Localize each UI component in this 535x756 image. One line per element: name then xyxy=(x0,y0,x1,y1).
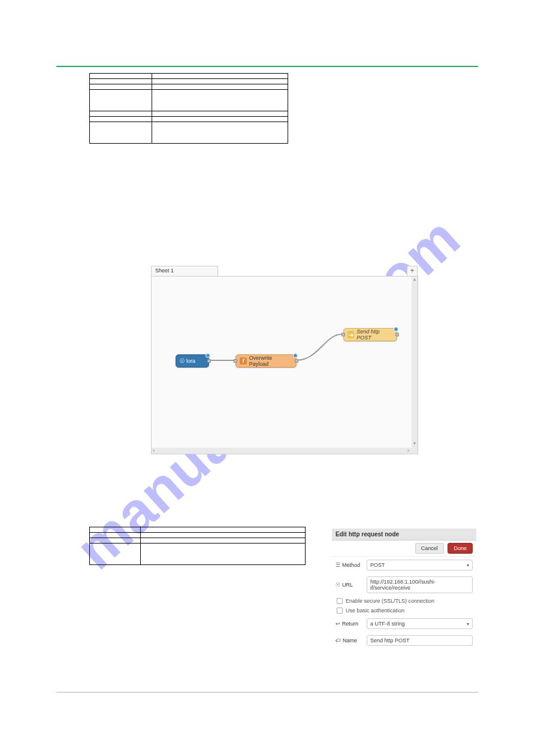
node-http-request[interactable]: ➜ Send http POST xyxy=(343,328,397,341)
t1-r1c1 xyxy=(152,79,288,84)
node-lora[interactable]: ⦾ lora xyxy=(176,354,209,368)
tag-icon: 🏷 xyxy=(335,637,341,643)
change-indicator xyxy=(394,327,398,332)
ssl-checkbox-label: Enable secure (SSL/TLS) connection xyxy=(346,598,434,604)
t1-r3c0 xyxy=(90,90,152,111)
return-select[interactable]: a UTF-8 string xyxy=(367,618,473,629)
input-port[interactable] xyxy=(234,359,237,363)
input-port[interactable] xyxy=(341,333,345,336)
change-indicator xyxy=(293,353,298,358)
panel-title: Edit http request node xyxy=(332,529,476,541)
t1-r3c1 xyxy=(152,90,288,111)
node-http-label: Send http POST xyxy=(356,329,393,341)
bottom-rule xyxy=(56,692,478,693)
vertical-scrollbar[interactable] xyxy=(412,277,418,454)
data-table-1 xyxy=(89,73,288,144)
node-lora-label: lora xyxy=(186,358,195,364)
cancel-button[interactable]: Cancel xyxy=(415,543,444,554)
http-icon: ➜ xyxy=(347,331,354,338)
t2-r2c0 xyxy=(90,538,141,544)
name-label: 🏷Name xyxy=(335,637,363,643)
t1-r6c1 xyxy=(152,122,288,144)
flow-editor: Sheet 1 + ⦾ lora f Overwrite Payload ➜ S… xyxy=(150,266,419,456)
t2-r0c1 xyxy=(140,527,305,533)
flow-canvas[interactable]: ⦾ lora f Overwrite Payload ➜ Send http P… xyxy=(151,276,418,454)
node-function-label: Overwrite Payload xyxy=(249,355,292,367)
horizontal-scrollbar[interactable] xyxy=(152,448,418,454)
t1-r5c0 xyxy=(90,117,152,122)
t2-r0c0 xyxy=(90,527,141,533)
data-table-2 xyxy=(89,527,306,565)
t2-r1c1 xyxy=(140,533,305,538)
node-function[interactable]: f Overwrite Payload xyxy=(235,354,297,368)
method-label-text: Method xyxy=(342,562,360,568)
function-icon: f xyxy=(240,357,247,365)
t2-r3c1 xyxy=(140,544,305,565)
name-input[interactable]: Send http POST xyxy=(367,635,473,646)
t1-r2c0 xyxy=(90,84,152,90)
change-indicator xyxy=(205,353,210,358)
list-icon: ☰ xyxy=(335,562,340,568)
output-port[interactable] xyxy=(295,359,298,363)
done-button[interactable]: Done xyxy=(448,543,473,554)
t1-r4c1 xyxy=(152,111,288,117)
return-label-text: Return xyxy=(342,621,358,627)
sheet-tab[interactable]: Sheet 1 xyxy=(151,266,218,276)
add-sheet-button[interactable]: + xyxy=(407,266,418,276)
ssl-checkbox[interactable] xyxy=(337,598,343,604)
panel-action-bar: Cancel Done xyxy=(332,541,476,557)
t1-r1c0 xyxy=(90,79,152,84)
basicauth-checkbox-row[interactable]: Use basic authentication xyxy=(332,606,476,615)
url-label-text: URL xyxy=(342,582,353,588)
output-port[interactable] xyxy=(207,359,211,363)
t1-r5c1 xyxy=(152,117,288,122)
t1-r6c0 xyxy=(90,122,152,144)
name-label-text: Name xyxy=(343,637,357,643)
wireless-icon: ⦾ xyxy=(180,357,185,365)
basicauth-checkbox-label: Use basic authentication xyxy=(346,608,404,614)
t1-r4c0 xyxy=(90,111,152,117)
t1-r0c0 xyxy=(90,74,152,79)
method-select[interactable]: POST xyxy=(367,560,473,570)
t1-r2c1 xyxy=(152,84,288,90)
method-label: ☰Method xyxy=(335,562,363,568)
ssl-checkbox-row[interactable]: Enable secure (SSL/TLS) connection xyxy=(332,596,476,606)
globe-icon: ☉ xyxy=(335,582,340,588)
t2-r3c0 xyxy=(90,544,141,565)
url-input[interactable]: http://192.168.1.100//sushi-if/service/r… xyxy=(367,576,473,593)
return-label: ↩Return xyxy=(335,621,363,627)
edit-http-request-panel: Edit http request node Cancel Done ☰Meth… xyxy=(332,529,476,649)
t2-r1c0 xyxy=(90,533,141,538)
basicauth-checkbox[interactable] xyxy=(337,608,343,614)
t1-r0c1 xyxy=(152,74,288,79)
url-label: ☉URL xyxy=(335,582,363,588)
return-icon: ↩ xyxy=(335,621,340,627)
output-port[interactable] xyxy=(395,333,399,336)
top-rule xyxy=(56,66,478,67)
t2-r2c1 xyxy=(140,538,305,544)
